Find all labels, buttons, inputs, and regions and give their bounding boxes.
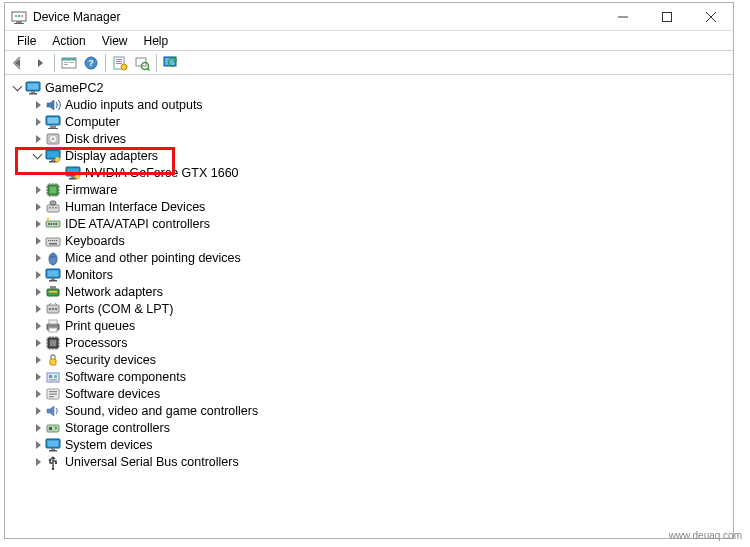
properties-icon	[112, 55, 128, 71]
minimize-button[interactable]	[601, 3, 645, 30]
tree-node-label: Firmware	[65, 182, 117, 198]
tree-node-label: Keyboards	[65, 233, 125, 249]
scan-button[interactable]	[131, 52, 153, 74]
chevron-right-icon[interactable]	[31, 217, 45, 231]
maximize-button[interactable]	[645, 3, 689, 30]
tree-node-label: NVIDIA GeForce GTX 1660	[85, 165, 239, 181]
swdev-icon	[45, 386, 61, 402]
chevron-right-icon[interactable]	[31, 183, 45, 197]
tree-node-label: Monitors	[65, 267, 113, 283]
menu-help[interactable]: Help	[136, 32, 177, 50]
tree-category-17[interactable]: Sound, video and game controllers	[7, 402, 731, 419]
tree-category-6[interactable]: IDE ATA/ATAPI controllers	[7, 215, 731, 232]
ports-icon	[45, 301, 61, 317]
forward-button[interactable]	[29, 52, 51, 74]
tree-category-12[interactable]: Print queues	[7, 317, 731, 334]
system-icon	[45, 437, 61, 453]
monitor-icon	[45, 267, 61, 283]
tree-node-label: Software components	[65, 369, 186, 385]
tree-category-8[interactable]: Mice and other pointing devices	[7, 249, 731, 266]
chevron-right-icon[interactable]	[31, 234, 45, 248]
tree-category-1[interactable]: Computer	[7, 113, 731, 130]
printer-icon	[45, 318, 61, 334]
chevron-right-icon[interactable]	[31, 200, 45, 214]
tree-category-13[interactable]: Processors	[7, 334, 731, 351]
chevron-right-icon[interactable]	[31, 421, 45, 435]
ide-icon	[45, 216, 61, 232]
device-manager-window: Device Manager File Action View Help Gam…	[4, 2, 734, 539]
chevron-right-icon[interactable]	[31, 98, 45, 112]
close-button[interactable]	[689, 3, 733, 30]
scan-icon	[134, 55, 150, 71]
tree-root[interactable]: GamePC2	[7, 79, 731, 96]
chevron-right-icon[interactable]	[31, 455, 45, 469]
help-icon	[83, 55, 99, 71]
tree-node-label: Network adapters	[65, 284, 163, 300]
toolbar	[5, 51, 733, 75]
tree-category-0[interactable]: Audio inputs and outputs	[7, 96, 731, 113]
tree-category-10[interactable]: Network adapters	[7, 283, 731, 300]
tree-category-9[interactable]: Monitors	[7, 266, 731, 283]
chevron-right-icon[interactable]	[31, 387, 45, 401]
arrow-left-icon	[10, 55, 26, 71]
tree-category-5[interactable]: Human Interface Devices	[7, 198, 731, 215]
watermark: www.deuaq.com	[669, 530, 742, 541]
tree-node-label: Storage controllers	[65, 420, 170, 436]
help-button[interactable]	[80, 52, 102, 74]
tree-category-14[interactable]: Security devices	[7, 351, 731, 368]
window-title: Device Manager	[33, 10, 120, 24]
chevron-right-icon[interactable]	[31, 132, 45, 146]
sound-icon	[45, 403, 61, 419]
tree-node-label: Universal Serial Bus controllers	[65, 454, 239, 470]
tree-node-label: IDE ATA/ATAPI controllers	[65, 216, 210, 232]
chevron-right-icon[interactable]	[31, 285, 45, 299]
back-button[interactable]	[7, 52, 29, 74]
tree-category-2[interactable]: Disk drives	[7, 130, 731, 147]
tree-category-16[interactable]: Software devices	[7, 385, 731, 402]
computer-icon	[45, 114, 61, 130]
tree-category-4[interactable]: Firmware	[7, 181, 731, 198]
svg-rect-96	[663, 12, 672, 21]
chevron-right-icon[interactable]	[31, 438, 45, 452]
titlebar[interactable]: Device Manager	[5, 3, 733, 31]
chevron-right-icon[interactable]	[31, 336, 45, 350]
tree-node-label: Processors	[65, 335, 128, 351]
chevron-right-icon[interactable]	[31, 268, 45, 282]
view-options-icon	[61, 55, 77, 71]
tree-category-11[interactable]: Ports (COM & LPT)	[7, 300, 731, 317]
chevron-down-icon[interactable]	[31, 149, 45, 163]
refresh-button[interactable]	[160, 52, 182, 74]
tree-category-15[interactable]: Software components	[7, 368, 731, 385]
tree-category-7[interactable]: Keyboards	[7, 232, 731, 249]
tree-node-label: Disk drives	[65, 131, 126, 147]
menu-view[interactable]: View	[94, 32, 136, 50]
chevron-right-icon[interactable]	[31, 319, 45, 333]
tree-node-label: Ports (COM & LPT)	[65, 301, 173, 317]
tree-node-label: Computer	[65, 114, 120, 130]
chevron-right-icon[interactable]	[31, 404, 45, 418]
menu-action[interactable]: Action	[44, 32, 93, 50]
pc-icon	[25, 80, 41, 96]
tree-device-3-0[interactable]: NVIDIA GeForce GTX 1660	[7, 164, 731, 181]
tree-category-20[interactable]: Universal Serial Bus controllers	[7, 453, 731, 470]
menu-file[interactable]: File	[9, 32, 44, 50]
security-icon	[45, 352, 61, 368]
device-tree[interactable]: GamePC2Audio inputs and outputsComputerD…	[5, 75, 733, 474]
display-icon	[65, 165, 81, 181]
properties-button[interactable]	[109, 52, 131, 74]
chevron-right-icon[interactable]	[31, 302, 45, 316]
toolbar-separator	[105, 54, 106, 72]
view-options-button[interactable]	[58, 52, 80, 74]
tree-category-18[interactable]: Storage controllers	[7, 419, 731, 436]
chevron-right-icon[interactable]	[31, 353, 45, 367]
chevron-right-icon[interactable]	[31, 251, 45, 265]
tree-node-label: System devices	[65, 437, 153, 453]
tree-category-19[interactable]: System devices	[7, 436, 731, 453]
audio-icon	[45, 97, 61, 113]
arrow-right-icon	[32, 55, 48, 71]
tree-category-3[interactable]: Display adapters	[7, 147, 731, 164]
chevron-right-icon[interactable]	[31, 370, 45, 384]
chevron-right-icon[interactable]	[31, 115, 45, 129]
tree-node-label: Print queues	[65, 318, 135, 334]
chevron-down-icon[interactable]	[11, 81, 25, 95]
